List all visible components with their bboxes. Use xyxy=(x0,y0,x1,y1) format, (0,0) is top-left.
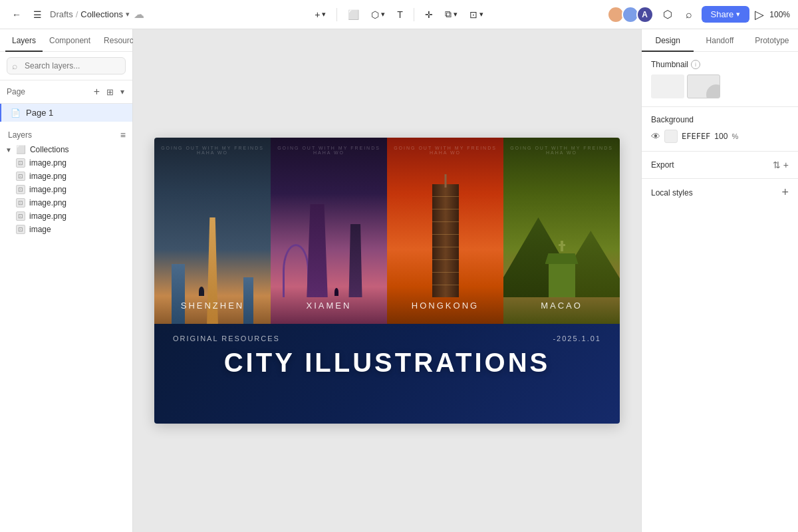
background-opacity-value[interactable]: 100 xyxy=(714,132,728,141)
frame-icon: ⬜ xyxy=(348,9,359,20)
layer-item-label-2: image.png xyxy=(29,185,66,194)
play-button[interactable]: ▷ xyxy=(755,7,764,22)
breadcrumb-drafts[interactable]: Drafts xyxy=(50,9,73,19)
city-name-hongkong: HONGKONG xyxy=(412,301,479,311)
component-tool-button[interactable]: ⧉ ▾ xyxy=(441,6,462,23)
layer-item-2[interactable]: image.png xyxy=(0,183,132,196)
thumbnail-section: Thumbnail i xyxy=(642,52,798,107)
page-section: Page + ⊞ ▾ xyxy=(0,80,132,104)
search-input[interactable] xyxy=(7,57,126,74)
mc-pagoda-roof xyxy=(545,253,579,264)
main-content: Layers Component Resource Page + ⊞ ▾ 📄 P… xyxy=(0,29,798,532)
breadcrumb: Drafts / Collections ▾ xyxy=(50,9,130,19)
search-button[interactable]: ⌕ xyxy=(682,6,696,23)
layer-item-4[interactable]: image.png xyxy=(0,209,132,223)
panel-tabs: Layers Component Resource xyxy=(0,29,132,52)
sz-person xyxy=(199,287,204,296)
page-1-label: Page 1 xyxy=(26,108,53,118)
layers-label: Layers xyxy=(8,130,32,140)
collaborator-avatars: A xyxy=(607,6,654,23)
scale-tool-button[interactable]: ⊡ ▾ xyxy=(466,7,487,23)
layer-item-label-5: image xyxy=(29,225,51,234)
menu-button[interactable]: ☰ xyxy=(29,7,46,23)
tool-divider-1 xyxy=(336,8,337,21)
bottom-meta: ORIGINAL RESOURCES -2025.1.01 xyxy=(173,334,601,342)
thumbnail-header: Thumbnail i xyxy=(651,60,789,69)
city-panels: GOING OUT WITH MY FREINDS HAHA WO SHENZH… xyxy=(154,138,620,324)
hk-watermark: GOING OUT WITH MY FREINDS HAHA WO xyxy=(387,146,503,155)
export-header: Export ⇅ + xyxy=(651,160,789,170)
avatar-3: A xyxy=(636,6,654,23)
canvas[interactable]: GOING OUT WITH MY FREINDS HAHA WO SHENZH… xyxy=(133,29,641,532)
background-label: Background xyxy=(651,115,694,124)
layer-image-icon-0 xyxy=(16,158,25,168)
background-color-swatch[interactable] xyxy=(664,130,678,143)
layers-collapse-button[interactable]: ≡ xyxy=(120,130,126,140)
scale-icon: ⊡ xyxy=(469,9,477,20)
local-styles-add-button[interactable]: + xyxy=(781,186,789,200)
add-button[interactable]: + ▾ xyxy=(311,7,330,23)
mc-cross xyxy=(561,241,563,251)
layer-item-0[interactable]: image.png xyxy=(0,156,132,170)
thumbnail-info-icon[interactable]: i xyxy=(691,60,700,69)
layer-item-1[interactable]: image.png xyxy=(0,170,132,183)
breadcrumb-separator: / xyxy=(76,9,78,19)
tab-layers[interactable]: Layers xyxy=(5,29,43,52)
local-styles-header: Local styles + xyxy=(651,186,789,200)
tab-handoff[interactable]: Handoff xyxy=(694,29,745,52)
breadcrumb-dropdown-icon[interactable]: ▾ xyxy=(126,10,130,19)
background-header: Background xyxy=(651,115,789,124)
export-actions: ⇅ + xyxy=(773,160,789,170)
layer-image-icon-2 xyxy=(16,185,25,194)
breadcrumb-collections[interactable]: Collections xyxy=(80,9,123,19)
tab-prototype[interactable]: Prototype xyxy=(746,29,798,52)
shape-tool-button[interactable]: ⬡ ▾ xyxy=(367,7,389,23)
thumb-box-2[interactable] xyxy=(687,74,720,98)
xm-building-1 xyxy=(306,204,329,297)
thumb-box-1 xyxy=(651,74,684,98)
page-1-item[interactable]: 📄 Page 1 xyxy=(0,104,132,122)
sz-watermark: GOING OUT WITH MY FREINDS HAHA WO xyxy=(154,146,271,155)
page-section-label: Page xyxy=(7,87,25,96)
city-panel-macao: GOING OUT WITH MY FREINDS HAHA WO MACAO xyxy=(503,138,620,324)
add-page-button[interactable]: + xyxy=(92,86,101,98)
percent-sign: % xyxy=(732,132,738,140)
layer-item-label-0: image.png xyxy=(29,158,66,168)
frame-tool-button[interactable]: ⬜ xyxy=(344,7,363,23)
city-illustrations-title: CITY ILLUSTRATIONS xyxy=(173,348,601,378)
layer-item-5[interactable]: image xyxy=(0,223,132,236)
page-grid-button[interactable]: ⊞ xyxy=(105,87,115,97)
layer-group-collections[interactable]: ▼ ⬜ Collections xyxy=(0,143,132,156)
text-icon: T xyxy=(397,9,403,20)
page-actions: + ⊞ ▾ xyxy=(92,86,126,98)
page-dropdown-button[interactable]: ▾ xyxy=(119,87,126,96)
visibility-toggle[interactable]: 👁 xyxy=(651,131,660,142)
toolbar-center: + ▾ ⬜ ⬡ ▾ T ✛ ⧉ ▾ ⊡ ▾ xyxy=(271,6,528,23)
layer-item-3[interactable]: image.png xyxy=(0,196,132,209)
tab-component[interactable]: Component xyxy=(43,29,97,52)
sz-building-left xyxy=(172,264,185,324)
toolbar: ← ☰ Drafts / Collections ▾ ☁ + ▾ ⬜ ⬡ ▾ T xyxy=(0,0,798,29)
export-settings-button[interactable]: ⇅ xyxy=(773,160,781,170)
xm-watermark: GOING OUT WITH MY FREINDS HAHA WO xyxy=(271,146,387,155)
share-button[interactable]: Design Share ▾ xyxy=(702,6,750,23)
date-label: -2025.1.01 xyxy=(553,334,601,342)
tool-divider-2 xyxy=(414,8,414,21)
zoom-level[interactable]: 100% xyxy=(769,10,790,19)
plugin-icon-button[interactable]: ⬡ xyxy=(659,5,676,23)
export-add-button[interactable]: + xyxy=(783,160,789,170)
background-section: Background 👁 EFEFEF 100 % xyxy=(642,107,798,152)
mc-watermark: GOING OUT WITH MY FREINDS HAHA WO xyxy=(503,146,620,155)
add-dropdown-icon: ▾ xyxy=(322,10,326,19)
design-frame[interactable]: GOING OUT WITH MY FREINDS HAHA WO SHENZH… xyxy=(154,138,620,424)
shape-dropdown-icon: ▾ xyxy=(381,10,385,19)
move-tool-button[interactable]: ✛ xyxy=(421,7,437,23)
background-color-value[interactable]: EFEFEF xyxy=(682,132,710,141)
layer-image-icon-1 xyxy=(16,172,25,181)
text-tool-button[interactable]: T xyxy=(393,7,407,23)
city-name-xiamen: XIAMEN xyxy=(307,301,352,311)
chevron-down-icon: ▼ xyxy=(5,146,12,154)
back-button[interactable]: ← xyxy=(8,7,25,23)
tab-design[interactable]: Design xyxy=(642,29,694,52)
hk-tower xyxy=(432,184,459,297)
